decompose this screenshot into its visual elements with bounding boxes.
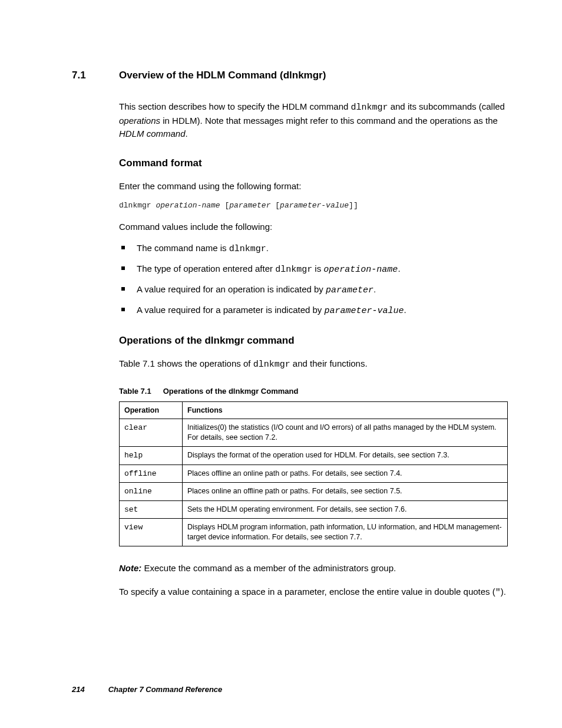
table-row: online Places online an offline path or …: [120, 483, 508, 501]
values-intro: Command values include the following:: [119, 220, 508, 233]
list-item: The type of operation entered after dlnk…: [119, 262, 508, 276]
code-inline: ": [495, 588, 501, 598]
format-intro: Enter the command using the following fo…: [119, 180, 508, 193]
code-italic: parameter-value: [325, 306, 404, 316]
text: .: [186, 129, 188, 139]
table-caption: Table 7.1Operations of the dlnkmgr Comma…: [119, 387, 508, 396]
list-item: A value required for an operation is ind…: [119, 283, 508, 297]
text: The type of operation entered after: [137, 263, 275, 274]
table-header-functions: Functions: [183, 401, 508, 419]
code-inline: dlnkmgr: [275, 265, 312, 275]
op-cell: clear: [120, 419, 183, 447]
subheading-command-format: Command format: [119, 157, 508, 169]
note-label: Note:: [119, 563, 141, 573]
text: This section describes how to specify th…: [119, 101, 351, 111]
code-italic: parameter: [326, 285, 373, 295]
table-row: help Displays the format of the operatio…: [120, 447, 508, 465]
text: The command name is: [137, 243, 229, 253]
code-text: [: [220, 201, 230, 210]
note-paragraph: Note: Execute the command as a member of…: [119, 562, 508, 575]
table-caption-number: Table 7.1: [119, 387, 151, 396]
op-cell: view: [120, 519, 183, 546]
text: and their functions.: [290, 358, 368, 368]
text: .: [398, 263, 400, 274]
code-block: dlnkmgr operation-name [parameter [param…: [119, 201, 508, 210]
fn-cell: Places online an offline path or paths. …: [183, 483, 508, 501]
op-cell: online: [120, 483, 183, 501]
op-cell: set: [120, 500, 183, 519]
intro-paragraph: This section describes how to specify th…: [119, 100, 508, 140]
italic-text: HDLM command: [119, 129, 186, 139]
list-item: The command name is dlnkmgr.: [119, 242, 508, 255]
chapter-label: Chapter 7 Command Reference: [108, 685, 223, 694]
text: .: [373, 284, 376, 294]
code-italic: operation-name: [156, 201, 220, 210]
fn-cell: Sets the HDLM operating environment. For…: [183, 500, 508, 519]
note-text: Execute the command as a member of the a…: [141, 563, 396, 573]
subheading-operations: Operations of the dlnkmgr command: [119, 335, 508, 347]
section-title: Overview of the HDLM Command (dlnkmgr): [119, 70, 326, 81]
code-italic: parameter-value: [280, 201, 349, 210]
table-header-operation: Operation: [120, 401, 183, 419]
code-italic: parameter: [229, 201, 270, 210]
fn-cell: Places offline an online path or paths. …: [183, 465, 508, 483]
italic-text: operations: [119, 116, 160, 126]
table-row: clear Initializes(0) the statistics (I/O…: [120, 419, 508, 447]
table-caption-title: Operations of the dlnkmgr Command: [163, 387, 299, 396]
op-cell: help: [120, 447, 183, 465]
code-text: ]]: [349, 201, 358, 210]
operations-table: Operation Functions clear Initializes(0)…: [119, 401, 508, 547]
code-italic: operation-name: [323, 265, 398, 275]
text: in HDLM). Note that messages might refer…: [160, 116, 498, 126]
page-footer: 214Chapter 7 Command Reference: [72, 685, 222, 694]
table-row: view Displays HDLM program information, …: [120, 519, 508, 546]
op-cell: offline: [120, 465, 183, 483]
fn-cell: Displays HDLM program information, path …: [183, 519, 508, 546]
text: .: [266, 243, 269, 253]
table-row: set Sets the HDLM operating environment.…: [120, 500, 508, 519]
text: ).: [501, 587, 506, 597]
code-inline: dlnkmgr: [351, 103, 388, 113]
ops-intro: Table 7.1 shows the operations of dlnkmg…: [119, 357, 508, 371]
text: and its subcommands (called: [388, 101, 505, 111]
code-text: [: [270, 201, 280, 210]
table-header-row: Operation Functions: [120, 401, 508, 419]
bullet-list: The command name is dlnkmgr. The type of…: [119, 242, 508, 317]
table-row: offline Places offline an online path or…: [120, 465, 508, 483]
code-inline: dlnkmgr: [229, 244, 266, 254]
text: .: [404, 305, 406, 315]
text: is: [312, 263, 323, 274]
code-inline: dlnkmgr: [253, 360, 290, 370]
list-item: A value required for a parameter is indi…: [119, 304, 508, 317]
closing-paragraph: To specify a value containing a space in…: [119, 585, 508, 599]
page: 7.1Overview of the HDLM Command (dlnkmgr…: [0, 0, 562, 728]
page-number: 214: [72, 685, 85, 694]
text: A value required for a parameter is indi…: [137, 305, 325, 315]
body-block: This section describes how to specify th…: [119, 100, 508, 599]
fn-cell: Initializes(0) the statistics (I/O count…: [183, 419, 508, 447]
text: To specify a value containing a space in…: [119, 587, 495, 597]
fn-cell: Displays the format of the operation use…: [183, 447, 508, 465]
text: Table 7.1 shows the operations of: [119, 358, 253, 368]
section-number: 7.1: [72, 70, 119, 81]
code-text: dlnkmgr: [119, 201, 156, 210]
section-heading: 7.1Overview of the HDLM Command (dlnkmgr…: [72, 70, 508, 81]
text: A value required for an operation is ind…: [137, 284, 326, 294]
